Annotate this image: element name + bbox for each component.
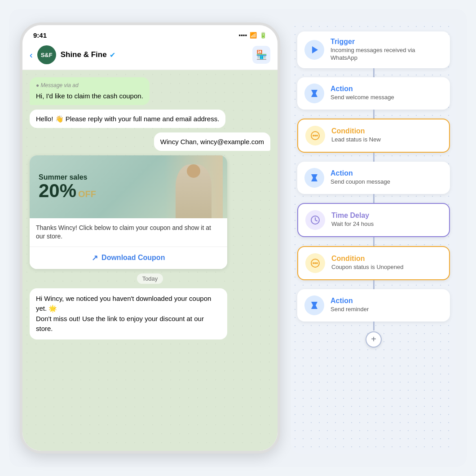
condition1-icon [305, 126, 325, 145]
action1-label: Action [331, 85, 443, 93]
connector-5 [373, 237, 375, 246]
action1-desc: Send welcome message [331, 94, 443, 101]
chat-header: ‹ S&F Shine & Fine ✔ 🏪 [22, 42, 278, 70]
status-time: 9:41 [33, 31, 47, 39]
coupon-image: Summer sales 20% OFF [30, 155, 227, 218]
svg-marker-0 [312, 46, 318, 53]
condition2-content: Condition Coupon status is Unopened [331, 255, 442, 271]
chat-name: Shine & Fine [61, 50, 107, 59]
action2-label: Action [331, 169, 443, 177]
svg-point-5 [316, 135, 318, 137]
download-coupon-button[interactable]: ↗ Download Coupon [30, 247, 227, 269]
connector-4 [373, 194, 375, 203]
workflow-card-timedelay: Time Delay Wait for 24 hous [297, 203, 450, 237]
svg-point-3 [313, 135, 314, 137]
battery-icon: 🔋 [260, 32, 267, 39]
svg-point-4 [314, 135, 316, 137]
signal-icon: ▪▪▪▪ [239, 32, 247, 39]
status-icons: ▪▪▪▪ 📶 🔋 [239, 32, 267, 39]
workflow-card-action3: Action Send reminder [297, 289, 450, 322]
condition1-label: Condition [331, 127, 442, 135]
svg-point-11 [316, 262, 318, 264]
workflow-card-condition2: Condition Coupon status is Unopened [297, 246, 450, 280]
action2-desc: Send coupon message [331, 178, 443, 186]
download-coupon-label: Download Coupon [101, 254, 165, 262]
workflow-card-action1: Action Send welcome message [297, 77, 450, 110]
connector-2 [373, 110, 375, 119]
connector-6 [373, 280, 375, 289]
phone-mockup: 9:41 ▪▪▪▪ 📶 🔋 ‹ S&F Shine & Fine ✔ 🏪 ● M… [20, 22, 280, 454]
add-workflow-button[interactable]: + [366, 331, 382, 348]
svg-marker-1 [311, 90, 317, 97]
wifi-icon: 📶 [250, 32, 257, 39]
coupon-body-text: Thanks Wincy! Click below to claim your … [30, 218, 227, 247]
workflow-card-action2: Action Send coupon message [297, 162, 450, 194]
coupon-text-area: Summer sales 20% OFF [39, 173, 96, 200]
status-bar: 9:41 ▪▪▪▪ 📶 🔋 [22, 25, 278, 42]
trigger-content: Trigger Incoming messages received via W… [331, 38, 443, 62]
action2-icon [304, 168, 324, 188]
workflow-panel: Trigger Incoming messages received via W… [291, 22, 456, 454]
ad-label: ● Message via ad [36, 82, 143, 89]
condition2-label: Condition [331, 255, 442, 263]
condition1-desc: Lead status is New [331, 136, 442, 144]
action3-icon [304, 295, 324, 315]
main-container: 9:41 ▪▪▪▪ 📶 🔋 ‹ S&F Shine & Fine ✔ 🏪 ● M… [9, 9, 467, 467]
message-reminder-text: Hi Wincy, we noticed you haven't downloa… [36, 295, 211, 333]
chat-name-row: Shine & Fine ✔ [61, 50, 248, 59]
action3-desc: Send reminder [331, 306, 443, 313]
message-ad-text: Hi, I'd like to claim the cash coupon. [36, 92, 143, 100]
verified-icon: ✔ [110, 51, 115, 59]
timedelay-icon [305, 210, 325, 230]
workflow-card-condition1: Condition Lead status is New [297, 119, 450, 153]
connector-7 [373, 322, 375, 331]
condition2-desc: Coupon status is Unopened [331, 264, 442, 271]
condition2-icon [305, 253, 325, 273]
date-separator: Today [137, 273, 163, 284]
timedelay-label: Time Delay [331, 212, 442, 220]
chat-area: ● Message via ad Hi, I'd like to claim t… [22, 70, 278, 451]
download-icon: ↗ [92, 253, 98, 263]
workflow-items: Trigger Incoming messages received via W… [296, 31, 451, 348]
action3-content: Action Send reminder [331, 297, 443, 313]
svg-marker-6 [311, 174, 317, 181]
back-button[interactable]: ‹ [30, 50, 33, 60]
coupon-figure [164, 155, 223, 218]
action1-content: Action Send welcome message [331, 85, 443, 101]
workflow-card-trigger: Trigger Incoming messages received via W… [297, 31, 450, 68]
timedelay-content: Time Delay Wait for 24 hous [331, 212, 442, 228]
message-ad-bubble: ● Message via ad Hi, I'd like to claim t… [30, 77, 150, 105]
trigger-icon [304, 40, 324, 60]
svg-point-10 [314, 262, 316, 264]
store-icon[interactable]: 🏪 [252, 46, 270, 64]
message-user-1-text: Wincy Chan, wincy@example.com [160, 138, 264, 145]
timedelay-desc: Wait for 24 hous [331, 220, 442, 228]
action2-content: Action Send coupon message [331, 169, 443, 186]
coupon-percent: 20% [39, 181, 76, 200]
avatar: S&F [37, 45, 56, 64]
message-user-1: Wincy Chan, wincy@example.com [154, 132, 270, 151]
condition1-content: Condition Lead status is New [331, 127, 442, 144]
connector-3 [373, 153, 375, 162]
message-reminder: Hi Wincy, we noticed you haven't downloa… [30, 288, 227, 339]
trigger-label: Trigger [331, 38, 443, 46]
message-bot-1: Hello! 👋 Please reply with your full nam… [30, 110, 225, 128]
svg-marker-12 [311, 302, 317, 309]
action3-label: Action [331, 297, 443, 305]
connector-1 [373, 68, 375, 77]
coupon-card: Summer sales 20% OFF Thanks Wincy! Click… [30, 155, 227, 269]
svg-point-9 [313, 262, 314, 264]
action1-icon [304, 84, 324, 103]
trigger-desc: Incoming messages received via WhatsApp [331, 47, 443, 62]
coupon-off: OFF [78, 189, 96, 199]
message-bot-1-text: Hello! 👋 Please reply with your full nam… [36, 115, 219, 123]
